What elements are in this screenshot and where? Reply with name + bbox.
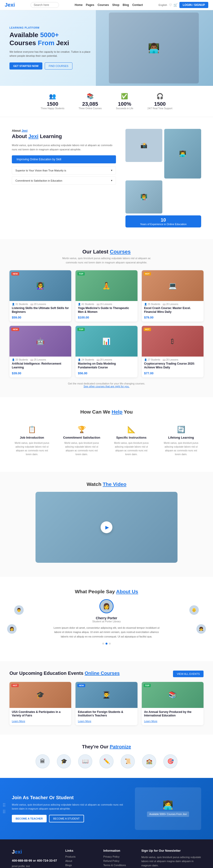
event-content-1: USA Coordinates & Participates in a Vari… (9, 708, 71, 725)
course-price-6: $77.00 (142, 371, 204, 377)
about-img-3: 👨‍🏫 (125, 180, 162, 214)
improving-button[interactable]: Improving Online Education by Skill (12, 155, 116, 163)
partner-logo-2[interactable]: 🎓 (57, 754, 71, 769)
success-icon: ✅ (116, 93, 133, 99)
hero-section: LEARNING PLATFORM Available 5000+ Course… (0, 10, 213, 86)
nav-courses[interactable]: Courses (97, 3, 109, 7)
events-link[interactable]: Online Courses (85, 671, 120, 676)
footer-link-blogs[interactable]: Blogs (65, 864, 96, 867)
login-button[interactable]: LOGIN / SIGNUP (179, 2, 208, 8)
footer-links-list: Products About Blogs Products Contact Us… (65, 855, 96, 868)
search-input[interactable] (31, 2, 59, 8)
course-badge-4: NEW (11, 328, 19, 331)
nav-contact[interactable]: Contact (132, 3, 143, 7)
course-card-4: NEW 🤖 👤 33 Students 📖 25 Lessons Artific… (9, 326, 71, 377)
footer-grid: Jexi 400-888-88-99 or 400-724-33-07 jeme… (12, 849, 201, 868)
about-images: 📸 👨‍💻 👨‍🏫 (125, 129, 201, 214)
course-students-2: 👤 41 Students (78, 303, 94, 306)
about-left: About Jexi About Jexi Learning Morbi var… (12, 129, 116, 187)
nav-home[interactable]: Home (75, 3, 83, 7)
dot-1[interactable] (102, 643, 104, 645)
course-title-6[interactable]: Cryptocurrency Trading Course 2020: Achi… (142, 362, 204, 370)
become-teacher-button[interactable]: BECOME A TEACHER (12, 815, 47, 823)
course-title-1[interactable]: Listening Skills the Ultimate Soft Skill… (9, 306, 71, 315)
partner-logo-3[interactable]: 📖 (78, 754, 92, 769)
chevron-down-icon: ▾ (111, 169, 113, 172)
course-card-1: NEW 👩‍🏫 👤 31 Students 📖 20 Lessons Liste… (9, 270, 71, 321)
help-title-2: Commitment Satisfaction (63, 436, 100, 439)
partner-logo-7[interactable]: 🎯 (163, 754, 178, 769)
cart-icon[interactable]: 🛒 (174, 3, 178, 7)
course-thumb-2: TOP 🧘 (75, 270, 137, 301)
view-all-events-button[interactable]: VIEW ALL EVENTS (173, 671, 204, 677)
nav-pages[interactable]: Pages (86, 3, 94, 7)
stat-success-label: Succeeds in Life (116, 107, 133, 110)
footer-info-refund[interactable]: Refund Policy (103, 860, 134, 862)
footer-links-title: Links (65, 849, 96, 852)
event-link-3[interactable]: Learn More (144, 720, 157, 722)
footer-info-list: Privacy Policy Refund Policy Terms & Con… (103, 855, 134, 868)
partner-logo-1[interactable]: 🏛 (35, 754, 50, 769)
brand-logo[interactable]: Jexi (5, 2, 15, 8)
get-started-button[interactable]: GET STARTED NOW (9, 62, 42, 69)
play-button[interactable] (100, 521, 113, 533)
find-courses-button[interactable]: FIND COURSES (45, 62, 72, 69)
course-students-3: 👤 25 Students (144, 303, 160, 306)
footer-info-privacy[interactable]: Privacy Policy (103, 855, 134, 858)
course-price-2: $100.00 (75, 315, 137, 321)
nav-shop[interactable]: Shop (112, 3, 119, 7)
footer: Jexi 400-888-88-99 or 400-724-33-07 jeme… (0, 839, 213, 868)
course-lessons-1: 📖 20 Lessons (30, 303, 46, 306)
become-student-button[interactable]: BECOME A STUDENT (49, 815, 84, 823)
course-badge-3: HOT (144, 272, 151, 275)
partner-logo-6[interactable]: 🏫 (142, 754, 156, 769)
about-brand[interactable]: Jexi (28, 133, 38, 139)
wishlist-icon[interactable]: ♡ (169, 3, 172, 7)
nav-blog[interactable]: Blog (123, 3, 129, 7)
join-content: Join As Teacher Or Student Morbi varius,… (12, 795, 125, 823)
stat-courses-number: 23,085 (79, 101, 102, 107)
hero-content: LEARNING PLATFORM Available 5000+ Course… (0, 17, 106, 79)
event-card-1: HOT 🎓 USA Coordinates & Participates in … (9, 682, 71, 725)
event-link-1[interactable]: Learn More (12, 720, 25, 722)
partner-logo-4[interactable]: ✏️ (99, 754, 114, 769)
accordion-1-label: Superior to Your Vision than True Maturi… (16, 169, 66, 172)
about-subtitle-link[interactable]: Jexi (22, 129, 27, 132)
stats-section: 👥 1500 Three Happy Students 📚 23,085 Thr… (0, 86, 213, 117)
event-link-2[interactable]: Learn More (78, 720, 91, 722)
footer-logo[interactable]: Jexi (12, 849, 58, 855)
footer-link-products[interactable]: Products (65, 855, 96, 858)
footer-link-about[interactable]: About (65, 860, 96, 862)
accordion-2[interactable]: Commitment to Satisfaction in Education … (12, 176, 116, 185)
hero-title-line2: Courses (9, 39, 38, 46)
hero-subtitle: We believe everyone has the capacity to … (9, 50, 97, 58)
course-students-5: 👤 24 Students (78, 359, 94, 361)
footer-phone[interactable]: 400-888-88-99 or 400-724-33-07 (12, 858, 58, 863)
accordion-1[interactable]: Superior to Your Vision than True Maturi… (12, 166, 116, 175)
dot-2[interactable] (105, 643, 108, 645)
event-content-2: Education for Foreign Students & Institu… (75, 708, 137, 725)
language-selector[interactable]: English (158, 4, 167, 6)
courses-see-others-link[interactable]: See other courses that are right for you… (84, 385, 129, 388)
partner-logo-5[interactable]: 📜 (121, 754, 135, 769)
course-badge-1: NEW (11, 272, 19, 275)
stat-success: ✅ 100% Succeeds in Life (116, 93, 133, 110)
video-title: Watch The Video (9, 482, 204, 487)
join-title: Join As Teacher Or Student (12, 795, 125, 800)
course-title-3[interactable]: Excel Crash Course: Master Excel. Financ… (142, 306, 204, 315)
course-title-2[interactable]: Yoga Medicine's Guide to Therapeutic Men… (75, 306, 137, 315)
hero-tag: LEARNING PLATFORM (9, 27, 97, 29)
testimonial-card-1: 👩 Cherry Porter Student at Porter Librar… (47, 594, 166, 649)
help-text-4: Morbi varius, quis tincidunt purus adisc… (162, 441, 200, 456)
course-title-5[interactable]: Mastering on Data Modeling Fundamentals … (75, 362, 137, 370)
stat-support: 🎧 1500 24/7 Real Time Support (147, 93, 172, 110)
courses-icon: 📚 (79, 93, 102, 99)
footer-info-terms[interactable]: Terms & Conditions (103, 864, 134, 867)
footer-info-col: Information Privacy Policy Refund Policy… (103, 849, 134, 868)
course-title-4[interactable]: Artificial Intelligence: Reinforcement L… (9, 362, 71, 370)
dot-3[interactable] (109, 643, 111, 645)
footer-brand-col: Jexi 400-888-88-99 or 400-724-33-07 jeme… (12, 849, 58, 868)
course-badge-6: HOT (144, 328, 151, 331)
video-wrapper (35, 492, 178, 563)
footer-hours: jemet profile: test23 Bridge Street, Fri… (12, 864, 58, 868)
